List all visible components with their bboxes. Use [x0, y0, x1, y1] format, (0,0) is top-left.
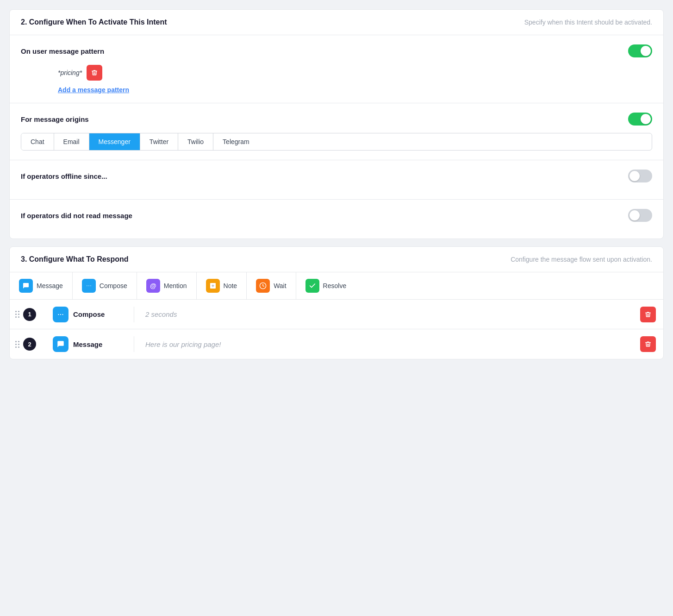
flow-delete-1: [633, 307, 663, 322]
not-read-toggle[interactable]: [628, 209, 652, 222]
flow-delete-button-2[interactable]: [640, 336, 656, 352]
resolve-action-icon: [305, 279, 319, 293]
section2-card: 2. Configure When To Activate This Inten…: [9, 9, 664, 239]
flow-item-2: 2 Message Here is our pricing page!: [10, 329, 663, 359]
flow-delete-2: [633, 336, 663, 352]
action-message[interactable]: Message: [10, 272, 73, 299]
toggle-knob-origins: [641, 114, 651, 124]
flow-number-1: 1: [23, 308, 36, 321]
action-compose[interactable]: Compose: [73, 272, 137, 299]
origin-telegram-button[interactable]: Telegram: [213, 133, 259, 150]
toggle-knob: [641, 46, 651, 56]
message-pattern-section: On user message pattern *pricing* Add a …: [10, 35, 663, 103]
origin-chat-button[interactable]: Chat: [21, 133, 54, 150]
offline-since-row: If operators offline since...: [21, 170, 652, 182]
section3-title: 3. Configure What To Respond: [21, 255, 129, 264]
trash-icon: [91, 69, 98, 76]
action-mention-label: Mention: [164, 282, 187, 289]
compose-flow-icon: [53, 307, 69, 322]
section2-header: 2. Configure When To Activate This Inten…: [10, 10, 663, 35]
origin-twitter-button[interactable]: Twitter: [140, 133, 178, 150]
compose-dots-icon: [56, 310, 65, 319]
svg-point-1: [87, 285, 87, 286]
message-pattern-label: On user message pattern: [21, 47, 104, 55]
action-resolve-label: Resolve: [323, 282, 347, 289]
svg-point-4: [60, 314, 61, 314]
flow-type-1: Compose: [42, 307, 134, 322]
action-note[interactable]: Note: [197, 272, 247, 299]
pattern-value: *pricing*: [58, 69, 82, 76]
section3-card: 3. Configure What To Respond Configure t…: [9, 246, 664, 359]
action-resolve[interactable]: Resolve: [296, 272, 356, 299]
clock-icon: [259, 282, 267, 289]
message-action-icon: [19, 279, 33, 293]
offline-since-section: If operators offline since...: [10, 160, 663, 200]
flow-drag-2: 2: [10, 338, 42, 351]
flow-content-text-1: 2 seconds: [145, 310, 177, 318]
toggle-knob-notread: [629, 210, 640, 220]
compose-icon: [85, 282, 93, 289]
check-icon: [309, 282, 316, 289]
compose-action-icon: [82, 279, 96, 293]
origin-email-button[interactable]: Email: [54, 133, 89, 150]
message-origins-row: For message origins: [21, 113, 652, 126]
message-flow-icon: [53, 336, 69, 352]
drag-handle-icon-2: [15, 341, 19, 348]
message-origins-section: For message origins Chat Email Messenger…: [10, 103, 663, 160]
action-mention[interactable]: @ Mention: [137, 272, 197, 299]
flow-content-2: Here is our pricing page!: [134, 340, 633, 348]
add-message-pattern-link[interactable]: Add a message pattern: [21, 86, 652, 94]
flow-drag-1: 1: [10, 308, 42, 321]
svg-point-2: [90, 285, 91, 286]
svg-point-5: [58, 314, 59, 314]
pattern-tag-row: *pricing*: [21, 65, 652, 81]
message-origins-toggle[interactable]: [628, 113, 652, 126]
trash-icon-1: [645, 311, 651, 318]
origin-twilio-button[interactable]: Twilio: [178, 133, 213, 150]
note-icon: [209, 282, 217, 289]
action-wait-label: Wait: [274, 282, 286, 289]
not-read-label: If operators did not read message: [21, 212, 132, 220]
svg-point-0: [88, 285, 89, 286]
flow-type-2: Message: [42, 336, 134, 352]
at-sign-icon: @: [150, 282, 156, 289]
action-message-label: Message: [37, 282, 63, 289]
action-bar: Message Compose @ Mention: [10, 272, 663, 300]
not-read-section: If operators did not read message: [10, 200, 663, 239]
message-origins-button-group: Chat Email Messenger Twitter Twilio Tele…: [21, 133, 652, 151]
message-origins-label: For message origins: [21, 115, 89, 123]
section2-subtitle: Specify when this Intent should be activ…: [524, 19, 652, 26]
note-action-icon: [206, 279, 220, 293]
action-compose-label: Compose: [100, 282, 127, 289]
chat-bubble-icon: [56, 340, 65, 348]
action-note-label: Note: [224, 282, 237, 289]
section3-header: 3. Configure What To Respond Configure t…: [10, 247, 663, 272]
section3-subtitle: Configure the message flow sent upon act…: [511, 256, 652, 263]
offline-since-label: If operators offline since...: [21, 172, 107, 180]
flow-type-label-2: Message: [73, 340, 102, 348]
trash-icon-2: [645, 341, 651, 347]
offline-since-toggle[interactable]: [628, 170, 652, 182]
flow-delete-button-1[interactable]: [640, 307, 656, 322]
section2-title: 2. Configure When To Activate This Inten…: [21, 18, 167, 26]
wait-action-icon: [256, 279, 270, 293]
origin-messenger-button[interactable]: Messenger: [89, 133, 140, 150]
message-pattern-row: On user message pattern: [21, 44, 652, 57]
not-read-row: If operators did not read message: [21, 209, 652, 222]
drag-handle-icon-1: [15, 311, 19, 318]
flow-content-text-2: Here is our pricing page!: [145, 340, 221, 348]
flow-type-label-1: Compose: [73, 310, 105, 318]
message-icon: [22, 282, 30, 289]
toggle-knob-offline: [629, 171, 640, 181]
mention-action-icon: @: [146, 279, 160, 293]
flow-content-1: 2 seconds: [134, 310, 633, 318]
svg-point-6: [62, 314, 63, 314]
action-wait[interactable]: Wait: [247, 272, 296, 299]
message-pattern-toggle[interactable]: [628, 44, 652, 57]
flow-number-2: 2: [23, 338, 36, 351]
flow-item-1: 1 Compose 2 seconds: [10, 300, 663, 329]
pattern-delete-button[interactable]: [87, 65, 102, 81]
